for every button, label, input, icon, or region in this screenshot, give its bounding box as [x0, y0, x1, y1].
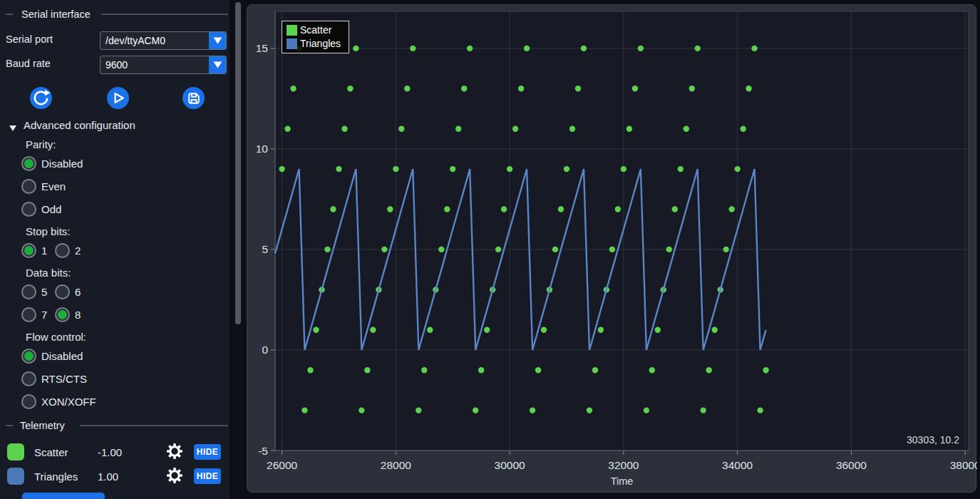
baud-rate-select[interactable]: 9600 [100, 56, 227, 74]
scatter-point [729, 206, 735, 212]
scatter-point [438, 247, 444, 252]
radio-flow-disabled[interactable] [21, 349, 36, 364]
scatter-settings-gear-icon[interactable] [167, 443, 182, 459]
advanced-configuration-toggle[interactable]: Advanced configuration [24, 119, 135, 131]
plot-canvas[interactable]: 26000280003000032000340003600038000-5051… [247, 5, 977, 493]
telemetry-series-value: 1.00 [98, 470, 118, 483]
scatter-point [598, 327, 604, 333]
radio-flow-xonxoff[interactable] [21, 394, 36, 409]
scatter-point [552, 247, 558, 252]
scatter-point [301, 407, 307, 413]
chart-panel: 26000280003000032000340003600038000-5051… [247, 4, 976, 493]
scatter-point [307, 367, 313, 373]
scatter-point [712, 327, 718, 333]
legend-swatch-triangles [287, 38, 297, 49]
refresh-ports-button[interactable] [30, 87, 52, 109]
scatter-point [632, 86, 638, 91]
triangles-settings-gear-icon[interactable] [167, 468, 182, 483]
scatter-color-swatch[interactable] [7, 443, 24, 461]
scatter-point [746, 86, 751, 91]
scatter-point [626, 126, 632, 132]
scatter-point [644, 407, 649, 413]
scatter-point [684, 126, 689, 132]
radio-databits-6[interactable] [55, 284, 70, 299]
advanced-collapse-icon[interactable] [9, 121, 16, 134]
sidebar: Serial interface Serial port /dev/ttyACM… [0, 0, 229, 499]
scatter-point [495, 247, 501, 252]
dropdown-arrow-icon[interactable] [209, 32, 226, 49]
baud-rate-label: Baud rate [6, 58, 51, 69]
y-tick-label: 5 [262, 243, 268, 255]
scatter-point [569, 126, 575, 132]
radio-flow-rtscts[interactable] [21, 371, 36, 386]
scatter-point [751, 46, 757, 51]
scatter-point [689, 86, 695, 91]
scatter-point [666, 247, 672, 252]
chart-legend: Scatter Triangles [282, 21, 349, 53]
radio-parity-even[interactable] [21, 179, 36, 194]
scatter-point [558, 206, 564, 212]
radio-parity-disabled[interactable] [21, 156, 36, 171]
x-tick-label: 26000 [267, 459, 297, 471]
x-tick-label: 30000 [495, 459, 525, 471]
triangles-hide-button[interactable]: HIDE [194, 468, 221, 484]
scatter-point [410, 46, 416, 51]
plot-area[interactable] [275, 11, 969, 451]
x-tick-label: 36000 [836, 459, 867, 471]
partial-bottom-button[interactable] [22, 493, 105, 499]
scatter-point [564, 166, 569, 172]
scatter-point [473, 407, 478, 413]
x-tick-label: 34000 [722, 459, 753, 471]
scatter-point [609, 247, 615, 252]
legend-row-scatter: Scatter [287, 24, 345, 36]
scatter-point [398, 126, 404, 132]
scatter-point [444, 206, 450, 212]
scatter-point [393, 166, 398, 172]
scatter-point [353, 46, 359, 51]
telemetry-section-title: Telemetry [20, 420, 65, 431]
radio-databits-5[interactable] [21, 284, 36, 299]
scatter-point [416, 407, 421, 413]
scatter-hide-button[interactable]: HIDE [194, 444, 221, 460]
triangles-color-swatch[interactable] [7, 468, 24, 485]
stop-bits-group-label: Stop bits: [26, 225, 71, 237]
x-axis-label: Time [275, 475, 969, 487]
scatter-point [359, 407, 364, 413]
y-tick-label: -5 [258, 445, 268, 457]
scatter-point [757, 407, 763, 413]
scatter-point [507, 166, 512, 172]
serial-port-select[interactable]: /dev/ttyACM0 [100, 31, 227, 50]
radio-databits-7[interactable] [21, 307, 36, 322]
telemetry-series-name: Scatter [34, 446, 68, 458]
serial-section-title: Serial interface [21, 9, 91, 20]
legend-row-triangles: Triangles [287, 38, 345, 49]
radio-stopbits-1[interactable] [21, 243, 36, 258]
scatter-point [541, 327, 547, 333]
section-dash [6, 14, 13, 15]
scatter-point [621, 166, 626, 172]
sidebar-scrollbar-thumb[interactable] [235, 2, 241, 324]
scatter-point [592, 367, 598, 373]
scatter-point [404, 86, 410, 91]
radio-stopbits-2[interactable] [55, 243, 70, 258]
scatter-point [421, 367, 427, 373]
save-button[interactable] [182, 87, 205, 109]
scatter-point [478, 367, 484, 373]
y-tick-label: 15 [256, 42, 268, 54]
radio-databits-8[interactable] [55, 307, 70, 322]
scatter-point [535, 367, 541, 373]
scatter-point [313, 327, 319, 333]
telemetry-series-name: Triangles [34, 470, 78, 483]
legend-swatch-scatter [287, 25, 297, 36]
refresh-icon [30, 87, 52, 109]
dropdown-arrow-icon[interactable] [209, 56, 226, 73]
x-tick-label: 28000 [381, 459, 411, 471]
scatter-point [518, 86, 524, 91]
save-icon [182, 87, 205, 109]
radio-parity-odd[interactable] [21, 202, 36, 217]
run-button[interactable] [107, 87, 129, 109]
scatter-point [501, 206, 507, 212]
scatter-point [575, 86, 581, 91]
scatter-point [450, 166, 455, 172]
scatter-point [512, 126, 518, 132]
